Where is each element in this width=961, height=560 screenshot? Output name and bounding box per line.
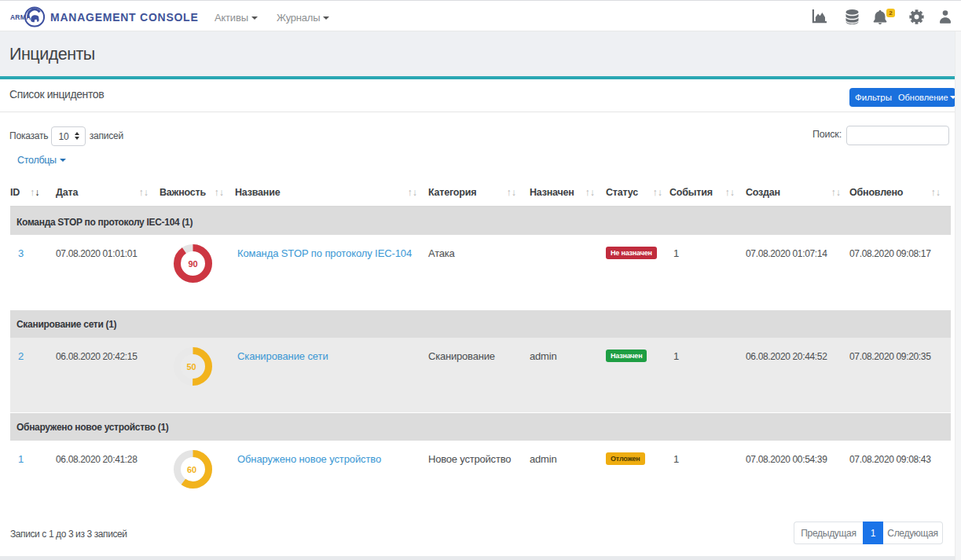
svg-text:50: 50 xyxy=(187,362,196,372)
svg-text:60: 60 xyxy=(187,465,196,474)
svg-text:90: 90 xyxy=(189,259,198,269)
